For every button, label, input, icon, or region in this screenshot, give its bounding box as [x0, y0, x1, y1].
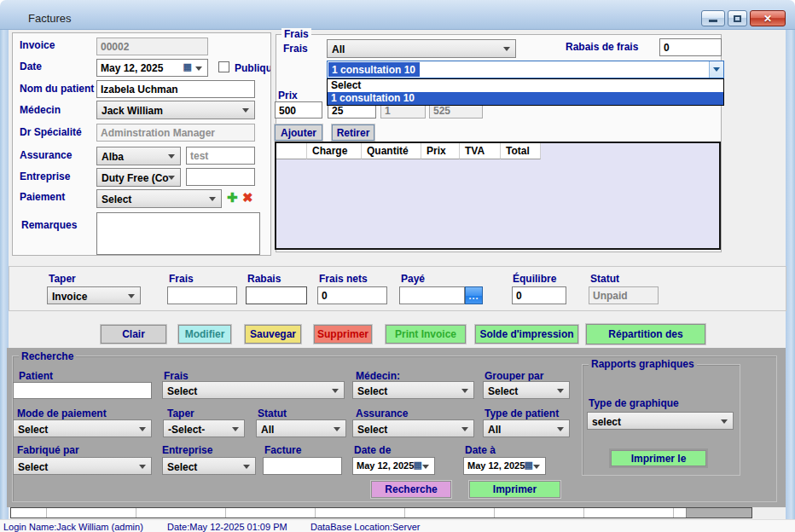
- search-taper-label: Taper: [167, 408, 194, 419]
- assurance-note-field[interactable]: test: [186, 147, 255, 165]
- patient-name-field[interactable]: Izabela Uchman: [96, 80, 255, 98]
- minimize-button[interactable]: [701, 10, 725, 26]
- imprimer-le-button[interactable]: Imprimer le: [611, 450, 706, 466]
- invoice-panel: Invoice 00002 Date May 12, 2025 ▦ Publiq…: [12, 32, 271, 256]
- search-taper-combo[interactable]: -Select-: [163, 419, 245, 437]
- calendar-icon: ▦: [183, 62, 192, 72]
- search-assurance-combo[interactable]: Select: [352, 419, 474, 437]
- paiement-label: Paiement: [20, 191, 65, 203]
- frais-nets-label: Frais nets: [319, 273, 368, 285]
- totals-frais-label: Frais: [169, 273, 194, 285]
- clair-button[interactable]: Clair: [101, 325, 166, 344]
- type-graphique-combo[interactable]: select: [587, 412, 734, 430]
- statut-label: Statut: [590, 273, 619, 285]
- dropdown-item-consultation[interactable]: 1 consultation 10: [328, 92, 723, 105]
- remarques-textarea[interactable]: [96, 212, 260, 255]
- facture-input[interactable]: [263, 457, 342, 475]
- dropdown-item-select[interactable]: Select: [328, 79, 723, 92]
- title-bar[interactable]: Factures: [0, 0, 795, 30]
- rabais-frais-label: Rabais de frais: [566, 41, 638, 53]
- entreprise-combo[interactable]: Duty Free (Co: [96, 168, 181, 187]
- date-a-label: Date à: [465, 444, 496, 456]
- search-entreprise-combo[interactable]: Select: [162, 457, 256, 475]
- charge-combo-dropdown-button[interactable]: [709, 61, 723, 78]
- ajouter-button[interactable]: Ajouter: [275, 124, 322, 141]
- paiement-combo[interactable]: Select: [96, 189, 222, 208]
- medecin-label: Médecin: [20, 104, 61, 116]
- date-de-picker[interactable]: May 12, 2025 ▦: [352, 457, 435, 475]
- charge-dropdown-list: Select 1 consultation 10: [327, 78, 724, 106]
- date-picker[interactable]: May 12, 2025 ▦: [96, 59, 208, 77]
- frais-filter-combo[interactable]: All: [327, 39, 516, 58]
- grid-header-charge[interactable]: Charge: [307, 143, 362, 159]
- grouper-par-combo[interactable]: Select: [483, 381, 570, 399]
- scrollbar-thumb[interactable]: [686, 508, 751, 518]
- date-a-picker[interactable]: May 12, 2025 ▦: [463, 457, 546, 475]
- charge-combo[interactable]: 1 consultation 10: [327, 61, 724, 78]
- chevron-down-icon: [168, 154, 175, 159]
- equilibre-field[interactable]: 0: [512, 286, 566, 304]
- chevron-down-icon: [128, 294, 135, 298]
- search-medecin-label: Médecin:: [356, 370, 400, 382]
- chevron-down-icon: [243, 465, 250, 469]
- assurance-label: Assurance: [20, 149, 72, 161]
- add-payment-icon[interactable]: ✚: [227, 191, 238, 204]
- search-patient-label: Patient: [19, 370, 53, 382]
- chevron-down-icon: [139, 427, 146, 431]
- search-statut-combo[interactable]: All: [256, 419, 346, 437]
- grid-header-quantite[interactable]: Quantité: [362, 143, 421, 159]
- minimize-icon: [709, 20, 717, 22]
- grid-header-tva[interactable]: TVA: [460, 143, 501, 159]
- invoice-number-field[interactable]: 00002: [96, 38, 208, 55]
- print-invoice-button[interactable]: Print Invoice: [386, 325, 466, 344]
- delete-payment-icon[interactable]: ✖: [242, 191, 253, 204]
- mode-paiement-label: Mode de paiement: [17, 408, 107, 419]
- type-patient-label: Type de patient: [485, 408, 559, 419]
- results-grid-strip[interactable]: [10, 507, 752, 518]
- type-patient-combo[interactable]: All: [483, 419, 570, 437]
- paye-field[interactable]: [399, 286, 465, 304]
- totals-frais-field[interactable]: [167, 286, 237, 304]
- chevron-down-icon: [721, 419, 728, 424]
- calendar-icon: ▦: [414, 460, 422, 470]
- publique-checkbox[interactable]: [218, 61, 229, 72]
- type-graphique-label: Type de graphique: [589, 397, 679, 409]
- taper-combo[interactable]: Invoice: [47, 286, 141, 304]
- chevron-down-icon: [461, 389, 468, 393]
- entreprise-note-field[interactable]: [186, 168, 255, 186]
- sauvegar-button[interactable]: Sauvegar: [245, 325, 301, 344]
- facture-label: Facture: [264, 444, 301, 456]
- fabrique-par-combo[interactable]: Select: [13, 457, 152, 475]
- grid-header-selector[interactable]: [276, 143, 307, 159]
- maximize-button[interactable]: [728, 10, 747, 26]
- rabais-frais-field[interactable]: 0: [659, 38, 722, 56]
- search-title: Recherche: [19, 350, 76, 362]
- recherche-button[interactable]: Recherche: [371, 481, 451, 498]
- search-entreprise-label: Entreprise: [162, 444, 212, 456]
- statut-field[interactable]: Unpaid: [589, 286, 659, 304]
- assurance-combo[interactable]: Alba: [96, 147, 181, 165]
- fabrique-par-label: Fabriqué par: [17, 444, 79, 456]
- mode-paiement-combo[interactable]: Select: [13, 419, 152, 437]
- supprimer-button[interactable]: Supprimer: [314, 325, 372, 344]
- chevron-down-icon: [334, 427, 340, 431]
- paye-browse-button[interactable]: ...: [465, 286, 483, 304]
- search-patient-input[interactable]: [13, 382, 152, 399]
- solde-impression-button[interactable]: Solde d'impression: [475, 325, 578, 344]
- entreprise-label: Entreprise: [20, 171, 70, 182]
- modifier-button[interactable]: Modifier: [178, 325, 231, 344]
- repartition-button[interactable]: Répartition des: [586, 324, 705, 344]
- medecin-combo[interactable]: Jack William: [96, 101, 255, 119]
- totals-rabais-field[interactable]: [246, 286, 307, 304]
- prix-field[interactable]: 500: [275, 101, 322, 119]
- frais-nets-field[interactable]: 0: [317, 286, 387, 304]
- retirer-button[interactable]: Retirer: [332, 124, 374, 141]
- specialite-field[interactable]: Adminstration Manager: [96, 124, 255, 142]
- grid-header-total[interactable]: Total: [501, 143, 541, 159]
- grid-header-prix[interactable]: Prix: [421, 143, 460, 159]
- close-button[interactable]: ✕: [750, 10, 786, 26]
- frais-combo-label: Frais: [283, 43, 308, 55]
- search-medecin-combo[interactable]: Select: [352, 381, 474, 399]
- search-frais-combo[interactable]: Select: [162, 381, 345, 399]
- imprimer-button[interactable]: Imprimer: [469, 481, 560, 498]
